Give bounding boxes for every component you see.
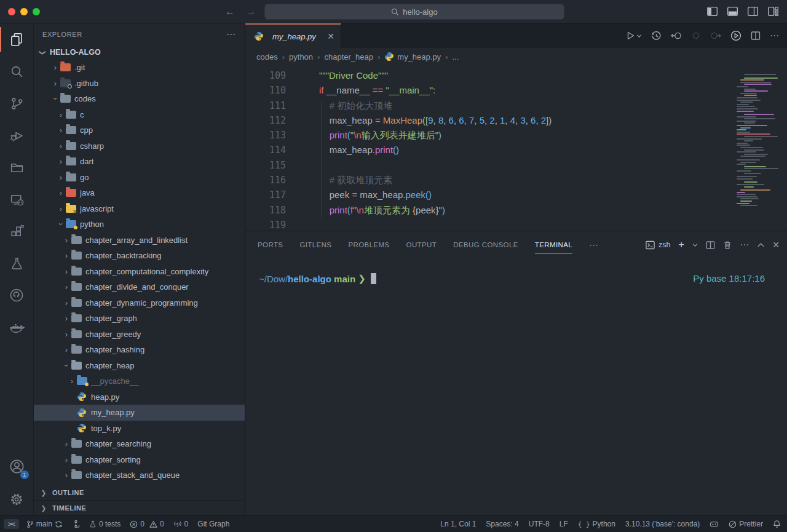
terminal-dropdown-icon[interactable] (692, 242, 698, 248)
terminal-instance[interactable]: zsh (646, 240, 670, 250)
code-line-109[interactable]: 109"""Driver Code""" (245, 68, 787, 83)
tree-item-chapter-divide-and-conquer[interactable]: ›chapter_divide_and_conquer (34, 279, 245, 295)
tree-item-java[interactable]: ›java (34, 185, 245, 201)
tree-root-folder[interactable]: ❯ HELLO-ALGO (34, 45, 245, 60)
activity-project-manager[interactable] (0, 151, 34, 183)
activity-accounts[interactable]: 1 (0, 449, 34, 483)
notifications-bell[interactable] (773, 520, 781, 528)
minimize-window-button[interactable] (20, 8, 28, 15)
code-line-111[interactable]: 111 # 初始化大顶堆 (245, 98, 787, 113)
breadcrumb-item[interactable]: python (289, 52, 313, 62)
language-status[interactable]: { } Python (578, 520, 615, 528)
close-panel-icon[interactable]: ✕ (772, 240, 780, 250)
activity-github[interactable] (0, 279, 34, 311)
maximize-window-button[interactable] (33, 8, 40, 15)
code-line-115[interactable]: 115 (245, 158, 787, 173)
tree-item-chapter-backtracking[interactable]: ›chapter_backtracking (34, 248, 245, 264)
panel-tabs-overflow-icon[interactable]: ··· (589, 240, 598, 250)
tree-item-chapter-computational-complexity[interactable]: ›chapter_computational_complexity (34, 264, 245, 280)
activity-docker[interactable] (0, 311, 34, 343)
activity-remote-explorer[interactable] (0, 183, 34, 215)
encoding-status[interactable]: UTF-8 (529, 520, 550, 528)
tree-item-chapter-searching[interactable]: ›chapter_searching (34, 436, 245, 452)
outline-section[interactable]: ❯ OUTLINE (34, 485, 245, 500)
gitlens-status[interactable] (72, 520, 80, 528)
run-python-button[interactable] (625, 31, 642, 41)
tree-item-dart[interactable]: ›dart (34, 154, 245, 170)
maximize-panel-icon[interactable] (757, 242, 764, 247)
timeline-icon[interactable] (651, 31, 662, 41)
tree-item-chapter-dynamic-programming[interactable]: ›chapter_dynamic_programming (34, 295, 245, 311)
breadcrumb-item[interactable]: codes (256, 52, 278, 62)
toggle-sidebar-icon[interactable] (707, 7, 718, 16)
tree-item-chapter-sorting[interactable]: ›chapter_sorting (34, 452, 245, 468)
ports-status[interactable]: 0 (173, 520, 189, 528)
code-line-114[interactable]: 114 max_heap.print() (245, 143, 787, 157)
eol-status[interactable]: LF (560, 520, 568, 528)
toggle-panel-icon[interactable] (727, 7, 738, 16)
new-terminal-icon[interactable]: + (678, 239, 684, 251)
panel-tab-output[interactable]: OUTPUT (406, 231, 437, 258)
problems-status[interactable]: 0 0 (130, 520, 164, 528)
split-terminal-icon[interactable] (706, 240, 715, 250)
navigate-prev-icon[interactable] (691, 31, 701, 41)
tree-item--pycache-[interactable]: ›__pycache__ (34, 373, 245, 389)
panel-tab-gitlens[interactable]: GITLENS (299, 231, 331, 258)
more-actions-icon[interactable]: ⋯ (770, 30, 780, 41)
tab-my-heap[interactable]: my_heap.py ✕ (245, 23, 341, 48)
panel-tab-terminal[interactable]: TERMINAL (535, 231, 572, 258)
tree-item-heap-py[interactable]: heap.py (34, 389, 245, 405)
split-editor-icon[interactable] (751, 31, 761, 41)
copilot-status[interactable] (710, 520, 719, 528)
close-tab-icon[interactable]: ✕ (327, 31, 334, 41)
breadcrumb-item[interactable]: chapter_heap (324, 52, 373, 62)
code-line-117[interactable]: 117 peek = max_heap.peek() (245, 188, 787, 202)
breadcrumb-item[interactable]: my_heap.py (384, 52, 441, 62)
close-window-button[interactable] (8, 8, 15, 15)
activity-settings[interactable] (0, 483, 34, 515)
code-line-110[interactable]: 110if __name__ == "__main__": (245, 83, 787, 98)
tree-item-top-k-py[interactable]: top_k.py (34, 421, 245, 437)
navigate-next-icon[interactable] (710, 31, 721, 41)
minimap[interactable] (737, 74, 777, 216)
command-center-search[interactable]: hello-algo (264, 4, 564, 20)
tree-item-python[interactable]: ›python (34, 216, 245, 232)
tree-item-chapter-graph[interactable]: ›chapter_graph (34, 311, 245, 327)
tree-item-chapter-array-and-linkedlist[interactable]: ›chapter_array_and_linkedlist (34, 232, 245, 248)
tree-item-my-heap-py[interactable]: my_heap.py (34, 405, 245, 421)
code-line-113[interactable]: 113 print("\n输入列表并建堆后") (245, 128, 787, 143)
breadcrumb-item[interactable]: ... (452, 52, 459, 62)
tree-item-c[interactable]: ›c (34, 107, 245, 123)
code-line-112[interactable]: 112 max_heap = MaxHeap([9, 8, 6, 6, 7, 5… (245, 113, 787, 128)
activity-search[interactable] (0, 55, 34, 87)
tree-item-chapter-greedy[interactable]: ›chapter_greedy (34, 327, 245, 343)
tree-item-cpp[interactable]: ›cpp (34, 122, 245, 138)
activity-source-control[interactable] (0, 87, 34, 119)
activity-testing[interactable] (0, 247, 34, 279)
kill-terminal-icon[interactable] (723, 240, 732, 250)
back-arrow-icon[interactable]: ← (225, 6, 235, 17)
tests-status[interactable]: 0 tests (89, 520, 121, 528)
panel-tab-problems[interactable]: PROBLEMS (348, 231, 389, 258)
activity-run-debug[interactable] (0, 119, 34, 151)
python-interpreter[interactable]: 3.10.13 ('base': conda) (625, 520, 700, 528)
git-graph-button[interactable]: Git Graph (197, 520, 229, 528)
file-tree[interactable]: ›.git›.github›codes›c›cpp›csharp›dart›go… (34, 60, 245, 483)
code-line-116[interactable]: 116 # 获取堆顶元素 (245, 173, 787, 188)
tree-item-chapter-heap[interactable]: ›chapter_heap (34, 358, 245, 374)
panel-tab-ports[interactable]: PORTS (258, 231, 283, 258)
terminal[interactable]: ~/Dow/hello-algo main ❯ Py base 18:17:16 (245, 258, 787, 515)
code-line-118[interactable]: 118 print(f"\n堆顶元素为 {peek}") (245, 203, 787, 218)
tree-item--git[interactable]: ›.git (34, 60, 245, 76)
remote-indicator[interactable]: >< (4, 519, 19, 529)
forward-arrow-icon[interactable]: → (246, 6, 256, 17)
navigate-back-icon[interactable] (671, 31, 682, 41)
customize-layout-icon[interactable] (768, 7, 778, 16)
run-profile-icon[interactable] (730, 30, 742, 41)
tree-item--github[interactable]: ›.github (34, 76, 245, 92)
code-line-119[interactable]: 119 (245, 218, 787, 231)
cursor-position[interactable]: Ln 1, Col 1 (440, 520, 476, 528)
tree-item-chapter-hashing[interactable]: ›chapter_hashing (34, 342, 245, 358)
branch-status[interactable]: main (26, 520, 63, 528)
more-icon[interactable]: ⋯ (740, 239, 749, 250)
